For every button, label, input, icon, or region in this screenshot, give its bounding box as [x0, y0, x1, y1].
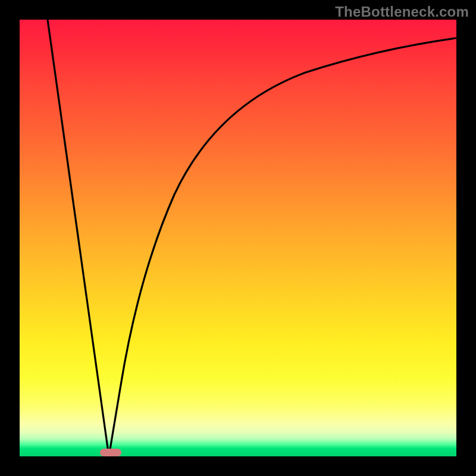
curve-left-branch	[48, 20, 109, 456]
bottleneck-curve	[20, 20, 456, 456]
curve-right-branch	[109, 38, 456, 456]
plot-area	[20, 20, 456, 456]
notch-marker	[100, 449, 121, 456]
watermark-text: TheBottleneck.com	[335, 4, 469, 20]
chart-frame: TheBottleneck.com	[0, 0, 476, 476]
